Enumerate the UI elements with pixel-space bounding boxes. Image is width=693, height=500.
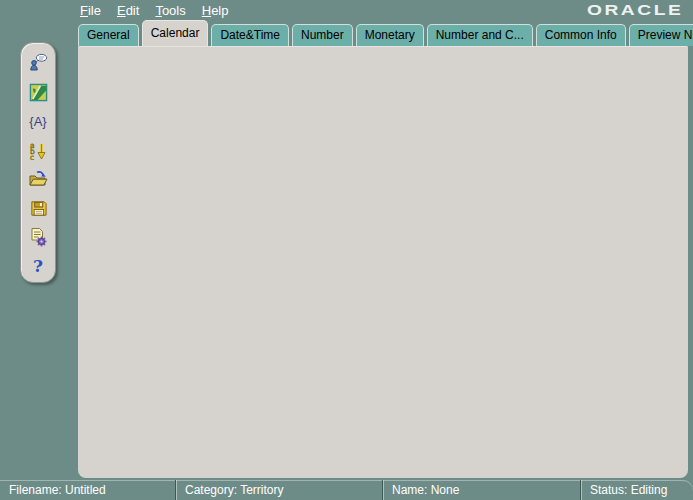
help-icon[interactable]: ?	[27, 255, 49, 277]
status-name: Name: None	[382, 480, 580, 500]
tab-common-info[interactable]: Common Info	[536, 24, 626, 46]
generate-document-gear-icon[interactable]	[27, 226, 49, 248]
menu-bar: File Edit Tools Help	[80, 0, 228, 20]
tab-calendar[interactable]: Calendar	[142, 20, 209, 46]
status-category: Category: Territory	[175, 480, 382, 500]
calendar-tab-panel	[78, 46, 688, 478]
tab-bar: General Calendar Date&Time Number Moneta…	[78, 21, 693, 46]
menu-file[interactable]: File	[80, 3, 101, 18]
status-editing: Status: Editing	[580, 480, 693, 500]
linguistic-sort-icon[interactable]: a b c	[27, 139, 49, 161]
application-window: File Edit Tools Help ORACLE General Cale…	[0, 0, 693, 500]
svg-text:c: c	[30, 153, 34, 160]
menu-tools[interactable]: Tools	[155, 3, 185, 18]
sidebar-toolbar: {A} a b c	[20, 42, 56, 283]
tab-general[interactable]: General	[78, 24, 139, 46]
character-set-icon[interactable]: {A}	[27, 110, 49, 132]
oracle-logo: ORACLE	[587, 1, 683, 18]
new-locale-person-speech-icon[interactable]	[27, 52, 49, 74]
status-filename: Filename: Untitled	[0, 480, 175, 500]
open-folder-icon[interactable]	[27, 168, 49, 190]
territory-map-icon[interactable]	[27, 81, 49, 103]
tab-number[interactable]: Number	[292, 24, 353, 46]
menu-edit[interactable]: Edit	[117, 3, 139, 18]
status-bar: Filename: Untitled Category: Territory N…	[0, 480, 693, 500]
tab-preview-nlt[interactable]: Preview NLT	[629, 24, 693, 46]
tab-monetary[interactable]: Monetary	[356, 24, 424, 46]
tab-date-time[interactable]: Date&Time	[211, 24, 289, 46]
menu-help[interactable]: Help	[202, 3, 229, 18]
save-icon[interactable]	[27, 197, 49, 219]
tab-number-and-c[interactable]: Number and C...	[427, 24, 533, 46]
